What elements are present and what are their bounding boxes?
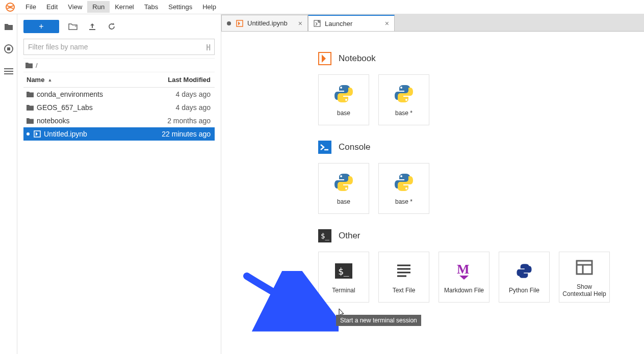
svg-rect-2 <box>7 47 10 50</box>
svg-point-21 <box>400 175 402 177</box>
python-icon <box>393 83 415 104</box>
svg-point-14 <box>345 99 347 101</box>
menu-kernel[interactable]: Kernel <box>110 1 139 13</box>
tab-icon <box>314 20 321 27</box>
file-modified: 4 days ago <box>145 103 212 112</box>
section-head-other: $_Other <box>318 229 644 242</box>
tab-label: Untitled.ipynb <box>247 19 288 27</box>
launcher-card-base-[interactable]: base * <box>378 163 429 214</box>
file-modified: 22 minutes ago <box>145 130 212 138</box>
file-name: notebooks <box>37 117 70 125</box>
filter-box: |◦| <box>23 39 215 55</box>
tab-icon <box>236 20 243 27</box>
svg-point-22 <box>405 187 407 189</box>
svg-point-20 <box>345 187 347 189</box>
python-icon <box>333 172 354 193</box>
card-label: base <box>337 198 350 205</box>
launcher-card-markdown-file[interactable]: MMarkdown File <box>439 252 490 303</box>
other-section: $_ <box>318 229 331 242</box>
col-modified-header[interactable]: Last Modified <box>148 76 215 84</box>
file-name: Untitled.ipynb <box>44 130 87 138</box>
file-name: conda_environments <box>37 90 103 98</box>
python-icon <box>393 172 415 193</box>
file-name: GEOS_657_Labs <box>37 103 93 112</box>
file-modified: 4 days ago <box>145 90 212 98</box>
file-icon <box>27 91 34 97</box>
menu-file[interactable]: File <box>20 1 41 13</box>
section-head-console: Console <box>318 141 644 154</box>
menu-edit[interactable]: Edit <box>41 1 63 13</box>
launcher-card-base[interactable]: base <box>318 74 369 125</box>
upload-icon[interactable] <box>87 21 98 32</box>
svg-rect-17 <box>318 141 331 154</box>
tab-launcher[interactable]: Launcher× <box>308 15 395 31</box>
launcher-panel: Start a new terminal session Notebookbas… <box>221 32 644 354</box>
launcher-card-text-file[interactable]: Text File <box>378 252 429 303</box>
svg-rect-32 <box>577 261 592 274</box>
file-row[interactable]: notebooks2 months ago <box>23 114 215 127</box>
terminal-tooltip: Start a new terminal session <box>336 315 421 326</box>
svg-rect-7 <box>89 29 95 30</box>
svg-text:$_: $_ <box>321 232 329 240</box>
section-title: Other <box>339 231 360 241</box>
jupyter-logo <box>5 2 15 12</box>
help-icon <box>574 257 595 278</box>
tab-untitled-ipynb[interactable]: Untitled.ipynb× <box>221 15 308 31</box>
filter-input[interactable] <box>28 43 207 51</box>
dirty-indicator <box>27 132 30 135</box>
svg-point-19 <box>340 175 342 177</box>
file-toolbar: + + <box>23 18 215 35</box>
svg-point-16 <box>405 99 407 101</box>
new-folder-icon[interactable]: + <box>67 21 79 32</box>
running-icon[interactable] <box>4 44 14 54</box>
breadcrumb[interactable]: / <box>23 58 215 72</box>
cards-row: $_TerminalText FileMMarkdown FilePython … <box>318 252 644 303</box>
annotation-arrow <box>242 271 339 332</box>
file-modified: 2 months ago <box>145 117 212 125</box>
launcher-card-python-file[interactable]: Python File <box>499 252 550 303</box>
text-icon <box>393 260 415 282</box>
pyfile-icon <box>513 260 535 282</box>
card-label: Text File <box>393 287 416 294</box>
launcher-card-base[interactable]: base <box>318 163 369 214</box>
files-icon[interactable] <box>4 21 14 32</box>
svg-point-15 <box>400 87 402 89</box>
menu-run[interactable]: Run <box>87 1 110 13</box>
console-section <box>318 141 331 154</box>
file-row[interactable]: Untitled.ipynb22 minutes ago <box>23 127 215 141</box>
filter-toggle-icon[interactable]: |◦| <box>207 43 211 50</box>
file-browser: + + |◦| / Name ▲ Last Modified <box>17 14 221 354</box>
svg-text:+: + <box>74 24 77 29</box>
section-title: Console <box>339 142 370 152</box>
activity-bar <box>0 14 17 354</box>
launcher-card-show-contextual-help[interactable]: Show Contextual Help <box>559 252 610 303</box>
section-title: Notebook <box>339 53 376 64</box>
cards-row: basebase * <box>318 163 644 214</box>
main-area: + + |◦| / Name ▲ Last Modified <box>0 14 644 354</box>
launcher-card-base-[interactable]: base * <box>378 74 429 125</box>
close-icon[interactable]: × <box>298 19 302 28</box>
menu-help[interactable]: Help <box>197 1 221 13</box>
refresh-icon[interactable] <box>106 21 117 32</box>
cards-row: basebase * <box>318 74 644 125</box>
close-icon[interactable]: × <box>385 19 389 28</box>
file-icon <box>27 118 34 124</box>
col-name-header[interactable]: Name ▲ <box>23 76 148 84</box>
toc-icon[interactable] <box>4 66 14 76</box>
new-launcher-button[interactable]: + <box>23 20 59 33</box>
menu-tabs[interactable]: Tabs <box>139 1 163 13</box>
sort-asc-icon: ▲ <box>47 77 52 83</box>
content-area: Untitled.ipynb×Launcher× Start a new ter… <box>221 14 644 354</box>
svg-text:$_: $_ <box>338 266 349 277</box>
svg-point-13 <box>340 87 342 89</box>
tab-bar: Untitled.ipynb×Launcher× <box>221 14 644 32</box>
menu-settings[interactable]: Settings <box>163 1 197 13</box>
file-row[interactable]: GEOS_657_Labs4 days ago <box>23 101 215 114</box>
menu-view[interactable]: View <box>63 1 87 13</box>
menubar: File Edit View Run Kernel Tabs Settings … <box>0 0 644 14</box>
file-icon <box>34 130 41 138</box>
file-list: conda_environments4 days agoGEOS_657_Lab… <box>23 88 215 141</box>
dirty-indicator <box>227 21 231 25</box>
card-label: base <box>337 110 350 117</box>
file-row[interactable]: conda_environments4 days ago <box>23 88 215 101</box>
